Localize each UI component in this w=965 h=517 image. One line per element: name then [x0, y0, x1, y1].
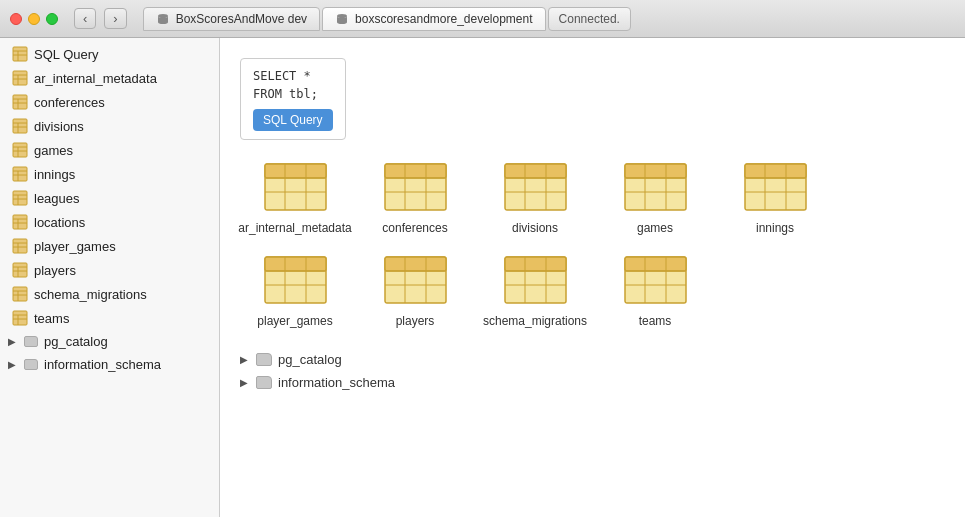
- sidebar-item-label: teams: [34, 311, 69, 326]
- svg-rect-81: [265, 257, 326, 271]
- folder-icon: [24, 359, 38, 370]
- table-grid-icon: [623, 255, 688, 308]
- table-grid-icon: [383, 162, 448, 215]
- table-grid-icon: [263, 255, 328, 308]
- table-item-innings[interactable]: innings: [720, 162, 830, 235]
- svg-rect-34: [13, 239, 27, 253]
- sidebar-item-games[interactable]: games: [0, 138, 219, 162]
- svg-rect-38: [13, 263, 27, 277]
- sql-query-button[interactable]: SQL Query: [253, 109, 333, 131]
- sidebar-item-sql-query[interactable]: SQL Query: [0, 42, 219, 66]
- content-folder-pg_catalog[interactable]: ▶ pg_catalog: [240, 348, 945, 371]
- table-item-schema_migrations[interactable]: schema_migrations: [480, 255, 590, 328]
- sidebar-item-schema_migrations[interactable]: schema_migrations: [0, 282, 219, 306]
- folder-icon: [24, 336, 38, 347]
- svg-rect-30: [13, 215, 27, 229]
- table-item-player_games[interactable]: player_games: [240, 255, 350, 328]
- main-layout: SQL Query ar_internal_metadata conferenc…: [0, 38, 965, 517]
- table-grid-icon: [263, 162, 328, 215]
- folder-label: pg_catalog: [44, 334, 108, 349]
- sidebar-item-divisions[interactable]: divisions: [0, 114, 219, 138]
- svg-rect-51: [265, 164, 326, 178]
- table-grid-label: games: [637, 221, 673, 235]
- titlebar: ‹ › BoxScoresAndMove dev boxscoresandmor…: [0, 0, 965, 38]
- table-icon: [12, 190, 28, 206]
- sql-card: SELECT * FROM tbl; SQL Query: [240, 58, 346, 140]
- table-grid-label: teams: [639, 314, 672, 328]
- folder-label: information_schema: [44, 357, 161, 372]
- triangle-icon: ▶: [8, 359, 18, 370]
- sidebar-item-teams[interactable]: teams: [0, 306, 219, 330]
- sidebar-item-conferences[interactable]: conferences: [0, 90, 219, 114]
- sidebar-item-locations[interactable]: locations: [0, 210, 219, 234]
- tables-row1: ar_internal_metadata conferences divisio…: [240, 162, 945, 235]
- table-grid-icon: [623, 162, 688, 215]
- tab-bar: BoxScoresAndMove dev boxscoresandmore_de…: [143, 7, 947, 31]
- sidebar-item-players[interactable]: players: [0, 258, 219, 282]
- svg-rect-87: [385, 257, 446, 271]
- svg-rect-63: [505, 164, 566, 178]
- tab-dev[interactable]: BoxScoresAndMove dev: [143, 7, 320, 31]
- forward-button[interactable]: ›: [104, 8, 126, 29]
- sidebar-item-ar_internal_metadata[interactable]: ar_internal_metadata: [0, 66, 219, 90]
- svg-rect-93: [505, 257, 566, 271]
- table-icon: [12, 262, 28, 278]
- content-folder-information_schema[interactable]: ▶ information_schema: [240, 371, 945, 394]
- sidebar-item-label: ar_internal_metadata: [34, 71, 157, 86]
- back-button[interactable]: ‹: [74, 8, 96, 29]
- table-icon: [12, 166, 28, 182]
- svg-rect-2: [13, 47, 27, 61]
- svg-rect-10: [13, 95, 27, 109]
- triangle-icon: ▶: [240, 354, 250, 365]
- sidebar-item-label: locations: [34, 215, 85, 230]
- sql-line1: SELECT *: [253, 67, 333, 85]
- folder-label: information_schema: [278, 375, 395, 390]
- sidebar-items: ar_internal_metadata conferences divisio…: [0, 66, 219, 330]
- svg-rect-46: [13, 311, 27, 325]
- sidebar-item-label: player_games: [34, 239, 116, 254]
- svg-point-1: [337, 14, 347, 18]
- sidebar-item-innings[interactable]: innings: [0, 162, 219, 186]
- sidebar-item-label: players: [34, 263, 76, 278]
- maximize-button[interactable]: [46, 13, 58, 25]
- table-icon: [12, 238, 28, 254]
- table-grid-icon: [503, 162, 568, 215]
- triangle-icon: ▶: [240, 377, 250, 388]
- table-grid-label: divisions: [512, 221, 558, 235]
- table-item-divisions[interactable]: divisions: [480, 162, 590, 235]
- tables-row2: player_games players schema_migrations t…: [240, 255, 945, 328]
- table-icon: [12, 118, 28, 134]
- close-button[interactable]: [10, 13, 22, 25]
- table-item-games[interactable]: games: [600, 162, 710, 235]
- table-grid-label: player_games: [257, 314, 332, 328]
- table-icon: [12, 142, 28, 158]
- db-icon: [156, 12, 170, 26]
- table-grid-label: conferences: [382, 221, 447, 235]
- connection-status: Connected.: [548, 7, 631, 31]
- table-grid-label: ar_internal_metadata: [238, 221, 351, 235]
- folder-icon: [256, 353, 272, 366]
- table-item-players[interactable]: players: [360, 255, 470, 328]
- sidebar-item-label: leagues: [34, 191, 80, 206]
- table-grid-icon: [503, 255, 568, 308]
- svg-rect-14: [13, 119, 27, 133]
- sidebar-folder-information_schema[interactable]: ▶ information_schema: [0, 353, 219, 376]
- sql-line2: FROM tbl;: [253, 85, 333, 103]
- sidebar-item-label: schema_migrations: [34, 287, 147, 302]
- sidebar-folder-pg_catalog[interactable]: ▶ pg_catalog: [0, 330, 219, 353]
- sidebar-item-leagues[interactable]: leagues: [0, 186, 219, 210]
- content-folders: ▶ pg_catalog ▶ information_schema: [240, 348, 945, 394]
- table-icon: [12, 94, 28, 110]
- tab-main[interactable]: boxscoresandmore_development: [322, 7, 545, 31]
- table-item-teams[interactable]: teams: [600, 255, 710, 328]
- folder-icon: [256, 376, 272, 389]
- table-item-conferences[interactable]: conferences: [360, 162, 470, 235]
- table-grid-label: schema_migrations: [483, 314, 587, 328]
- sidebar-item-player_games[interactable]: player_games: [0, 234, 219, 258]
- table-item-ar_internal_metadata[interactable]: ar_internal_metadata: [240, 162, 350, 235]
- minimize-button[interactable]: [28, 13, 40, 25]
- db-icon-2: [335, 12, 349, 26]
- table-grid-label: players: [396, 314, 435, 328]
- table-icon: [12, 286, 28, 302]
- tab-dev-label: BoxScoresAndMove dev: [176, 12, 307, 26]
